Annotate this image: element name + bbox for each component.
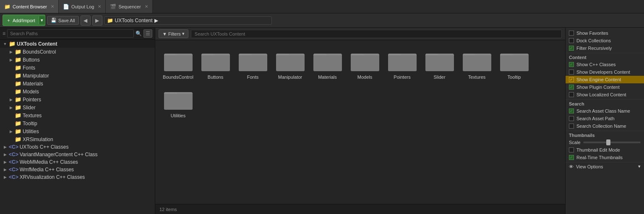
- webmmedia-expand[interactable]: ▶: [3, 160, 8, 164]
- root-folder-icon: 📁: [9, 41, 16, 47]
- tree-item-uxtools-cpp[interactable]: ▶ <C> UXTools C++ Classes: [0, 143, 155, 151]
- search-collection-row[interactable]: Search Collection Name: [566, 122, 644, 130]
- save-all-button[interactable]: 💾 Save All: [47, 16, 79, 25]
- forward-button[interactable]: ▶: [92, 15, 102, 26]
- tree-item-models[interactable]: ▶ 📁 Models: [0, 88, 155, 95]
- show-cpp-classes-row[interactable]: ✓ Show C++ Classes: [566, 61, 644, 68]
- folder-item-textures[interactable]: Textures: [459, 45, 495, 82]
- tree-item-tooltip-label: Tooltip: [23, 121, 37, 126]
- search-collection-checkbox[interactable]: [569, 124, 574, 129]
- folder-icon-tooltip: [499, 48, 529, 73]
- real-time-thumbnails-checkbox[interactable]: ✓: [569, 155, 574, 160]
- real-time-thumbnails-row[interactable]: ✓ Real-Time Thumbnails: [566, 154, 644, 161]
- collapse-icon[interactable]: ≡: [3, 31, 5, 36]
- tree-item-buttons[interactable]: ▶ 📁 Buttons: [0, 56, 155, 64]
- scale-slider-row: Scale: [566, 139, 644, 146]
- tree-item-textures[interactable]: ▶ 📁 Textures: [0, 111, 155, 119]
- search-asset-class-checkbox[interactable]: ✓: [569, 108, 574, 113]
- tab-output-log[interactable]: 📄 Output Log ✕: [59, 0, 106, 13]
- tree-item-fonts[interactable]: ▶ 📁 Fonts: [0, 64, 155, 72]
- add-import-label: Add/Import: [13, 18, 35, 23]
- utilities-expand[interactable]: ▶: [8, 129, 13, 134]
- tree-item-utilities[interactable]: ▶ 📁 Utilities: [0, 127, 155, 135]
- filter-recursively-checkbox[interactable]: ✓: [569, 46, 574, 51]
- search-asset-path-row[interactable]: Search Asset Path: [566, 115, 644, 122]
- scale-slider-thumb[interactable]: [606, 139, 610, 145]
- root-expand-icon[interactable]: ▼: [3, 42, 8, 46]
- tree-item-tooltip[interactable]: ▶ 📁 Tooltip: [0, 119, 155, 127]
- add-import-dropdown-arrow[interactable]: ▾: [39, 16, 45, 24]
- folder-item-buttons[interactable]: Buttons: [198, 45, 233, 82]
- buttons-expand[interactable]: ▶: [8, 58, 13, 62]
- tab-content-browser-close[interactable]: ✕: [51, 4, 54, 9]
- tree-item-xrvisualization-cpp[interactable]: ▶ <C> XRVisualization C++ Classes: [0, 173, 155, 181]
- tab-content-browser[interactable]: 📁 Content Browser ✕: [0, 0, 59, 13]
- folder-item-utilities[interactable]: Utilities: [160, 84, 196, 121]
- dock-collections-row[interactable]: Dock Collections: [566, 37, 644, 44]
- tree-view-options[interactable]: ☰: [143, 29, 152, 38]
- show-engine-content-label: Show Engine Content: [576, 77, 621, 82]
- filter-dropdown-icon: ▾: [182, 31, 185, 36]
- search-asset-path-checkbox[interactable]: [569, 116, 574, 121]
- folder-item-materials[interactable]: Materials: [310, 45, 345, 82]
- tree-item-wmfmedia-cpp[interactable]: ▶ <C> WmfMedia C++ Classes: [0, 166, 155, 173]
- add-import-button[interactable]: ＋ Add/Import ▾: [3, 15, 45, 26]
- tree-item-materials[interactable]: ▶ 📁 Materials: [0, 80, 155, 88]
- folder-item-pointers[interactable]: Pointers: [384, 45, 420, 82]
- tab-sequencer-close[interactable]: ✕: [145, 4, 148, 9]
- dock-collections-checkbox[interactable]: [569, 38, 574, 43]
- tree-item-manipulator[interactable]: ▶ 📁 Manipulator: [0, 72, 155, 80]
- tree-item-variantmanager-cpp[interactable]: ▶ <C> VariantManagerContent C++ Class: [0, 151, 155, 158]
- folder-item-fonts[interactable]: Fonts: [235, 45, 271, 82]
- show-plugin-content-checkbox[interactable]: ✓: [569, 85, 574, 90]
- folder-item-boundscontrol[interactable]: BoundsControl: [160, 45, 196, 82]
- folder-icon-buttons: [201, 48, 231, 73]
- forward-arrow-icon: ▶: [95, 18, 99, 23]
- tree-root[interactable]: ▼ 📁 UXTools Content: [0, 40, 155, 48]
- folder-item-manipulator[interactable]: Manipulator: [272, 45, 308, 82]
- show-plugin-content-row[interactable]: ✓ Show Plugin Content: [566, 83, 644, 91]
- folder-item-slider[interactable]: Slider: [422, 45, 457, 82]
- uxtools-cpp-expand[interactable]: ▶: [3, 145, 8, 149]
- slider-expand[interactable]: ▶: [8, 106, 13, 110]
- path-folder-icon: 📁: [107, 18, 113, 23]
- search-section-header: Search: [566, 99, 644, 107]
- show-developers-content-checkbox[interactable]: [569, 70, 574, 75]
- tree-item-pointers[interactable]: ▶ 📁 Pointers: [0, 95, 155, 103]
- show-favorites-checkbox[interactable]: [569, 31, 574, 36]
- search-asset-class-row[interactable]: ✓ Search Asset Class Name: [566, 107, 644, 115]
- back-button[interactable]: ◀: [81, 15, 91, 26]
- tree-item-xrsimulation[interactable]: ▶ 📁 XRSimulation: [0, 135, 155, 143]
- folder-icon-boundscontrol: [163, 48, 193, 73]
- scale-slider-track[interactable]: [583, 142, 641, 143]
- view-options-row[interactable]: 👁 View Options ▾: [566, 162, 644, 170]
- show-cpp-classes-checkbox[interactable]: ✓: [569, 62, 574, 67]
- xrvisualization-expand[interactable]: ▶: [3, 175, 8, 179]
- filter-recursively-row[interactable]: ✓ Filter Recursively: [566, 44, 644, 52]
- show-favorites-row[interactable]: Show Favorites: [566, 29, 644, 37]
- content-search-input[interactable]: [191, 30, 562, 38]
- tree-item-slider[interactable]: ▶ 📁 Slider: [0, 103, 155, 111]
- tab-output-log-close[interactable]: ✕: [98, 4, 101, 9]
- filters-button[interactable]: ▼ Filters ▾: [159, 29, 188, 38]
- path-expand-icon[interactable]: ▶: [154, 18, 158, 23]
- tree-item-boundscontrol[interactable]: ▶ 📁 BoundsControl: [0, 48, 155, 56]
- tab-sequencer[interactable]: 🎬 Sequencer ✕: [106, 0, 152, 13]
- back-arrow-icon: ◀: [83, 18, 87, 23]
- thumbnail-edit-row[interactable]: Thumbnail Edit Mode: [566, 146, 644, 154]
- show-engine-content-row[interactable]: ✓ Show Engine Content: [566, 76, 644, 83]
- boundscontrol-expand[interactable]: ▶: [8, 50, 13, 54]
- show-localized-content-checkbox[interactable]: [569, 92, 574, 97]
- pointers-expand[interactable]: ▶: [8, 98, 13, 102]
- show-localized-content-row[interactable]: Show Localized Content: [566, 91, 644, 98]
- tree-item-webmmedia-cpp[interactable]: ▶ <C> WebMMedia C++ Classes: [0, 158, 155, 166]
- show-engine-content-checkbox[interactable]: ✓: [569, 77, 574, 82]
- search-paths-input[interactable]: [7, 29, 134, 38]
- thumbnail-edit-checkbox[interactable]: [569, 147, 574, 152]
- search-icon[interactable]: 🔍: [136, 31, 142, 36]
- variantmanager-expand[interactable]: ▶: [3, 152, 8, 157]
- folder-item-tooltip[interactable]: Tooltip: [496, 45, 532, 82]
- folder-item-models[interactable]: Models: [347, 45, 383, 82]
- wmfmedia-expand[interactable]: ▶: [3, 168, 8, 172]
- show-developers-content-row[interactable]: Show Developers Content: [566, 68, 644, 76]
